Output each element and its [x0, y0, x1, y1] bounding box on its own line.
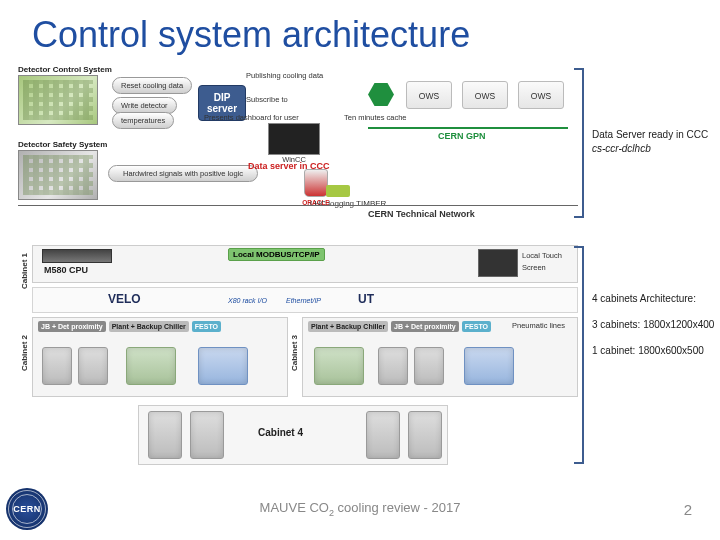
- touchscreen-label-1: Local Touch: [522, 251, 562, 260]
- ut-label: UT: [358, 292, 374, 306]
- one-cabinet-annotation: 1 cabinet: 1800x600x500: [592, 344, 704, 358]
- ut-breaker-1-icon: [378, 347, 408, 385]
- dashboard-label: Presents dashboard for user: [204, 113, 299, 122]
- io-module-2-icon: [190, 411, 224, 459]
- ut-jb-det-label: JB + Det proximity: [391, 321, 459, 332]
- pneumatic-lines-label: Pneumatic lines: [512, 321, 565, 330]
- ctn-label: CERN Technical Network: [368, 209, 475, 219]
- ows-box-1: OWS: [406, 81, 452, 109]
- velo-pump-icon: [198, 347, 248, 385]
- cabinet-1-label: Cabinet 1: [20, 253, 29, 289]
- upper-bracket-icon: [574, 68, 584, 218]
- data-server-annotation: Data Server ready in CCC cs-ccr-dclhcb: [592, 128, 720, 155]
- ows-box-2: OWS: [462, 81, 508, 109]
- ows-box-3: OWS: [518, 81, 564, 109]
- dcs-section-label: Detector Control System: [18, 65, 112, 74]
- cabinet-2-label: Cabinet 2: [20, 335, 29, 371]
- ctn-line: [18, 205, 578, 206]
- cabinets-arch-annotation: 4 cabinets Architecture:: [592, 292, 696, 306]
- io-module-3-icon: [366, 411, 400, 459]
- io-module-1-icon: [148, 411, 182, 459]
- velo-jb-det-label: JB + Det proximity: [38, 321, 106, 332]
- velo-breaker-2-icon: [78, 347, 108, 385]
- cabinet-3-label: Cabinet 3: [290, 335, 299, 371]
- subscribe-label: Subscribe to: [246, 95, 288, 104]
- ut-chiller-icon: [314, 347, 364, 385]
- velo-plant-chiller-label: Plant + Backup Chiller: [109, 321, 189, 332]
- oracle-db-icon: [304, 169, 328, 197]
- lower-cabinets-block: Cabinet 1 M580 CPU Local MODBUS/TCP/IP L…: [18, 245, 578, 475]
- cabinet-4-label: Cabinet 4: [258, 427, 303, 438]
- dss-section-label: Detector Safety System: [18, 140, 107, 149]
- lower-bracket-icon: [574, 246, 584, 464]
- anno-top-line1: Data Server ready in CCC: [592, 129, 708, 140]
- velo-chiller-icon: [126, 347, 176, 385]
- slide-number: 2: [684, 501, 692, 518]
- reset-cooling-pill: Reset cooling data: [112, 77, 192, 94]
- lhc-logging-timber-label: LHC logging TIMBER: [310, 199, 386, 208]
- velo-breaker-1-icon: [42, 347, 72, 385]
- x80-rack-label: X80 rack I/O: [228, 297, 267, 304]
- nxcals-db-icon: [326, 185, 350, 197]
- footer-caption: MAUVE CO2 cooling review - 2017: [0, 500, 720, 518]
- gpn-line: [368, 127, 568, 129]
- anno-top-line2: cs-ccr-dclhcb: [592, 142, 720, 156]
- dip-label-line1: DIP: [214, 92, 231, 103]
- velo-label: VELO: [108, 292, 141, 306]
- ut-pump-icon: [464, 347, 514, 385]
- publish-label: Publishing cooling data: [246, 71, 323, 80]
- wincc-screen-icon: [268, 123, 320, 155]
- hardwired-signals-pill: Hardwired signals with positive logic: [108, 165, 258, 182]
- velo-festo-label: FESTO: [192, 321, 221, 332]
- m580-cpu-label: M580 CPU: [44, 265, 88, 275]
- touchscreen-icon: [478, 249, 518, 277]
- dcs-panel-thumb: [18, 75, 98, 125]
- temperatures-pill: temperatures: [112, 112, 174, 129]
- ut-festo-label: FESTO: [462, 321, 491, 332]
- footer-text-b: cooling review - 2017: [334, 500, 460, 515]
- ut-plant-chiller-label: Plant + Backup Chiller: [308, 321, 388, 332]
- modbus-tcpip-label: Local MODBUS/TCP/IP: [228, 248, 325, 261]
- plc-cpu-icon: [42, 249, 112, 263]
- ten-min-cache-label: Ten minutes cache: [344, 113, 407, 122]
- touchscreen-label-2: Screen: [522, 263, 546, 272]
- three-cabinets-annotation: 3 cabinets: 1800x1200x400: [592, 318, 714, 332]
- gpn-label: CERN GPN: [438, 131, 486, 141]
- io-module-4-icon: [408, 411, 442, 459]
- footer-text-a: MAUVE CO: [260, 500, 329, 515]
- dss-panel-thumb: [18, 150, 98, 200]
- architecture-diagram: Detector Control System Detector Safety …: [18, 65, 578, 435]
- gpn-hex-icon: [368, 83, 394, 106]
- slide-title: Control system architecture: [32, 14, 470, 56]
- ut-breaker-2-icon: [414, 347, 444, 385]
- ethernet-ip-label: Ethernet/IP: [286, 297, 321, 304]
- upper-network-block: Detector Control System Detector Safety …: [18, 65, 578, 230]
